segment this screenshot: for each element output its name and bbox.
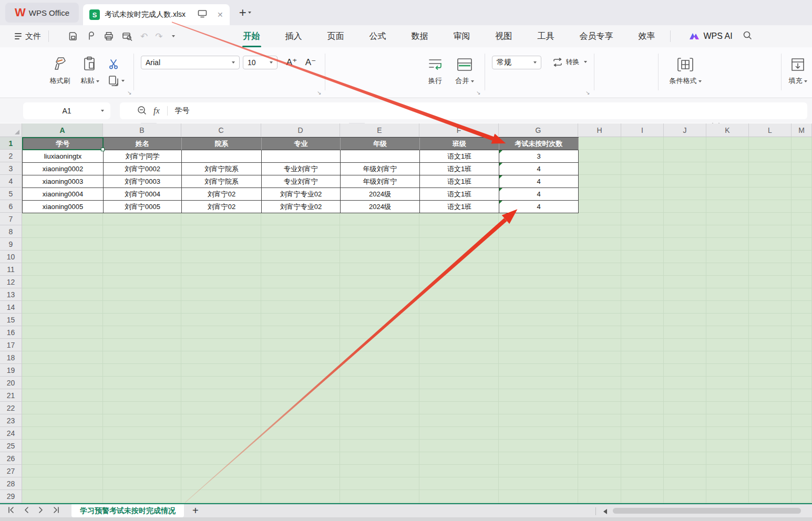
first-sheet-icon[interactable] (7, 506, 15, 516)
row-header-14[interactable]: 14 (0, 301, 22, 314)
file-menu-button[interactable]: 文件 (15, 32, 41, 41)
cell-c5[interactable]: 刘宵宁02 (182, 188, 262, 201)
cell-a6[interactable]: xiaoning0005 (23, 201, 104, 213)
row-header-30[interactable]: 30 (0, 503, 22, 503)
search-icon[interactable] (742, 30, 753, 43)
menu-item-公式[interactable]: 公式 (368, 27, 387, 46)
monitor-icon[interactable] (198, 9, 207, 20)
cell-b6[interactable]: 刘宵宁0005 (104, 201, 182, 213)
column-header-g[interactable]: G (499, 123, 578, 137)
cell-e4[interactable]: 年级刘宵宁 (341, 175, 420, 188)
font-size-select[interactable]: 10 (243, 56, 277, 69)
column-header-m[interactable]: M (792, 123, 812, 137)
row-header-10[interactable]: 10 (0, 251, 22, 263)
menu-item-会员专享[interactable]: 会员专享 (579, 27, 614, 46)
column-header-l[interactable]: L (749, 123, 792, 137)
redo-icon[interactable]: ↷ (155, 31, 162, 42)
cell-c2[interactable] (182, 150, 262, 163)
row-header-5[interactable]: 5 (0, 187, 22, 200)
column-header-k[interactable]: K (706, 123, 749, 137)
cell-b5[interactable]: 刘宵宁0004 (104, 188, 182, 201)
row-header-3[interactable]: 3 (0, 162, 22, 175)
close-tab-icon[interactable]: ✕ (217, 11, 223, 19)
wrap-text-button[interactable]: 换行 (423, 55, 448, 86)
font-name-select[interactable]: Arial (141, 56, 240, 69)
column-header-i[interactable]: I (621, 123, 664, 137)
menu-item-数据[interactable]: 数据 (410, 27, 429, 46)
menu-item-开始[interactable]: 开始 (242, 27, 261, 46)
cell-b4[interactable]: 刘宵宁0003 (104, 175, 182, 188)
cell-b3[interactable]: 刘宵宁0002 (104, 163, 182, 175)
dialog-launcher-icon[interactable]: ↘ (317, 90, 321, 96)
prev-sheet-icon[interactable] (23, 506, 29, 516)
cell-a4[interactable]: xiaoning0003 (23, 175, 104, 188)
format-painter-button[interactable]: 格式刷 (46, 55, 74, 86)
wps-ai-button[interactable]: WPS AI (688, 32, 733, 41)
cut-button[interactable] (105, 58, 122, 70)
cell-f3[interactable]: 语文1班 (420, 163, 499, 175)
cell-f5[interactable]: 语文1班 (420, 188, 499, 201)
row-header-23[interactable]: 23 (0, 414, 22, 427)
dialog-launcher-icon[interactable]: ↘ (127, 90, 131, 96)
column-header-b[interactable]: B (103, 123, 181, 137)
cell-e5[interactable]: 2024级 (341, 188, 420, 201)
cell-f1[interactable]: 班级 (420, 138, 499, 150)
save-icon[interactable] (68, 31, 78, 41)
fx-icon[interactable]: fx (153, 106, 160, 116)
print-icon[interactable] (104, 31, 114, 41)
wps-office-brand[interactable]: W WPS Office (5, 3, 79, 23)
cell-d4[interactable]: 专业刘宵宁 (262, 175, 341, 188)
cell-g4[interactable]: 4 (499, 175, 579, 188)
cell-g1[interactable]: 考试未按时次数 (499, 138, 579, 150)
row-header-17[interactable]: 17 (0, 339, 22, 351)
merge-cells-button[interactable]: 合并 (451, 55, 478, 86)
cell-b1[interactable]: 姓名 (104, 138, 182, 150)
document-tab[interactable]: S 考试未按时完成人数.xlsx ✕ (83, 4, 230, 25)
row-header-7[interactable]: 7 (0, 213, 22, 225)
menu-item-页面[interactable]: 页面 (326, 27, 345, 46)
number-format-select[interactable]: 常规 (492, 56, 541, 69)
row-header-25[interactable]: 25 (0, 440, 22, 452)
copy-button[interactable] (103, 75, 128, 87)
cell-b2[interactable]: 刘宵宁同学 (104, 150, 182, 163)
dialog-launcher-icon[interactable]: ↘ (476, 90, 480, 96)
cell-d2[interactable] (262, 150, 341, 163)
cell-g6[interactable]: 4 (499, 201, 579, 213)
cell-c3[interactable]: 刘宵宁院系 (182, 163, 262, 175)
menu-item-工具[interactable]: 工具 (537, 27, 556, 46)
row-header-13[interactable]: 13 (0, 288, 22, 301)
print-preview-icon[interactable] (121, 31, 133, 41)
row-header-4[interactable]: 4 (0, 175, 22, 187)
undo-icon[interactable]: ↶ (140, 31, 148, 42)
row-header-18[interactable]: 18 (0, 351, 22, 364)
add-sheet-button[interactable]: + (192, 505, 199, 517)
row-header-29[interactable]: 29 (0, 490, 22, 503)
row-header-24[interactable]: 24 (0, 427, 22, 440)
row-header-8[interactable]: 8 (0, 225, 22, 238)
row-header-26[interactable]: 26 (0, 452, 22, 465)
row-header-11[interactable]: 11 (0, 263, 22, 276)
row-header-20[interactable]: 20 (0, 377, 22, 389)
column-header-a[interactable]: A (22, 123, 103, 137)
horizontal-scrollbar-thumb[interactable] (613, 508, 801, 514)
cell-e2[interactable] (341, 150, 420, 163)
tab-list-chevron-icon[interactable] (248, 12, 251, 14)
cell-e1[interactable]: 年级 (341, 138, 420, 150)
row-header-22[interactable]: 22 (0, 402, 22, 414)
row-header-9[interactable]: 9 (0, 238, 22, 251)
quick-access-chevron-icon[interactable] (172, 35, 175, 37)
row-header-27[interactable]: 27 (0, 465, 22, 477)
cell-d6[interactable]: 刘宵宁专业02 (262, 201, 341, 213)
sheet-tab-active[interactable]: 学习预警考试未按时完成情况 (71, 504, 184, 517)
cell-name-box[interactable]: A1 (23, 102, 110, 119)
cell-c6[interactable]: 刘宵宁02 (182, 201, 262, 213)
fill-handle[interactable] (101, 148, 105, 151)
cell-c1[interactable]: 院系 (182, 138, 262, 150)
column-header-h[interactable]: H (578, 123, 621, 137)
conditional-format-button[interactable]: 条件格式 (661, 55, 710, 86)
column-header-d[interactable]: D (261, 123, 340, 137)
scroll-left-icon[interactable] (603, 509, 607, 514)
fill-button[interactable]: 填充 (785, 55, 810, 86)
row-header-1[interactable]: 1 (0, 137, 22, 150)
increase-font-button[interactable]: A⁺ (284, 56, 300, 68)
